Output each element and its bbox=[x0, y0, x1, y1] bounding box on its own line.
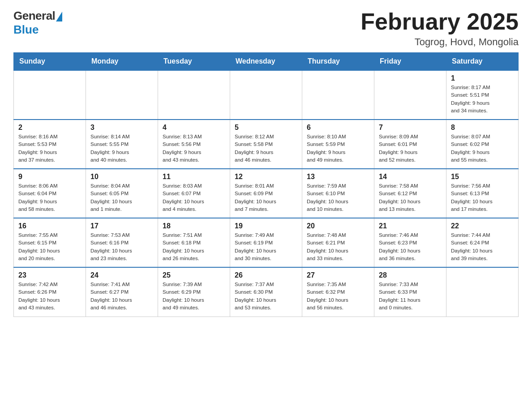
day-info: Sunrise: 7:39 AMSunset: 6:29 PMDaylight:… bbox=[163, 281, 225, 312]
day-number: 2 bbox=[18, 124, 81, 132]
calendar-cell: 7Sunrise: 8:09 AMSunset: 6:01 PMDaylight… bbox=[374, 120, 446, 169]
day-info: Sunrise: 8:07 AMSunset: 6:02 PMDaylight:… bbox=[451, 133, 514, 164]
calendar-cell: 12Sunrise: 8:01 AMSunset: 6:09 PMDayligh… bbox=[230, 169, 302, 218]
day-info: Sunrise: 7:58 AMSunset: 6:12 PMDaylight:… bbox=[379, 182, 442, 213]
page-header: General Blue February 2025 Togrog, Hovd,… bbox=[13, 9, 519, 48]
day-number: 11 bbox=[163, 173, 225, 181]
day-info: Sunrise: 8:14 AMSunset: 5:55 PMDaylight:… bbox=[90, 133, 153, 164]
weekday-header-thursday: Thursday bbox=[302, 53, 374, 71]
calendar-cell: 11Sunrise: 8:03 AMSunset: 6:07 PMDayligh… bbox=[158, 169, 230, 218]
calendar-cell bbox=[302, 70, 374, 120]
calendar-header: SundayMondayTuesdayWednesdayThursdayFrid… bbox=[14, 53, 519, 71]
calendar-cell: 24Sunrise: 7:41 AMSunset: 6:27 PMDayligh… bbox=[86, 267, 158, 317]
day-info: Sunrise: 7:48 AMSunset: 6:21 PMDaylight:… bbox=[307, 231, 369, 262]
day-info: Sunrise: 8:12 AMSunset: 5:58 PMDaylight:… bbox=[235, 133, 297, 164]
calendar-week-2: 2Sunrise: 8:16 AMSunset: 5:53 PMDaylight… bbox=[14, 120, 519, 169]
day-number: 19 bbox=[235, 222, 297, 230]
calendar-cell bbox=[446, 267, 519, 317]
day-number: 6 bbox=[307, 124, 369, 132]
day-number: 3 bbox=[90, 124, 153, 132]
calendar-cell: 28Sunrise: 7:33 AMSunset: 6:33 PMDayligh… bbox=[374, 267, 446, 317]
day-number: 5 bbox=[235, 124, 297, 132]
day-info: Sunrise: 7:46 AMSunset: 6:23 PMDaylight:… bbox=[379, 231, 442, 262]
day-number: 7 bbox=[379, 124, 442, 132]
calendar-cell bbox=[86, 70, 158, 120]
day-number: 23 bbox=[18, 271, 81, 279]
day-info: Sunrise: 8:16 AMSunset: 5:53 PMDaylight:… bbox=[18, 133, 81, 164]
weekday-header-sunday: Sunday bbox=[14, 53, 86, 71]
day-number: 16 bbox=[18, 222, 81, 230]
logo-general-text: General bbox=[13, 9, 55, 23]
day-info: Sunrise: 7:51 AMSunset: 6:18 PMDaylight:… bbox=[163, 231, 225, 262]
calendar-cell bbox=[14, 70, 86, 120]
calendar-cell: 20Sunrise: 7:48 AMSunset: 6:21 PMDayligh… bbox=[302, 218, 374, 267]
day-number: 17 bbox=[90, 222, 153, 230]
day-info: Sunrise: 8:10 AMSunset: 5:59 PMDaylight:… bbox=[307, 133, 369, 164]
day-number: 15 bbox=[451, 173, 514, 181]
day-number: 25 bbox=[163, 271, 225, 279]
weekday-header-tuesday: Tuesday bbox=[158, 53, 230, 71]
logo-triangle-icon bbox=[56, 12, 62, 21]
day-info: Sunrise: 8:17 AMSunset: 5:51 PMDaylight:… bbox=[451, 84, 514, 115]
logo: General Blue bbox=[13, 9, 62, 37]
calendar-cell: 18Sunrise: 7:51 AMSunset: 6:18 PMDayligh… bbox=[158, 218, 230, 267]
day-info: Sunrise: 8:03 AMSunset: 6:07 PMDaylight:… bbox=[163, 182, 225, 213]
calendar-cell: 5Sunrise: 8:12 AMSunset: 5:58 PMDaylight… bbox=[230, 120, 302, 169]
day-info: Sunrise: 7:44 AMSunset: 6:24 PMDaylight:… bbox=[451, 231, 514, 262]
calendar-cell: 23Sunrise: 7:42 AMSunset: 6:26 PMDayligh… bbox=[14, 267, 86, 317]
day-info: Sunrise: 8:04 AMSunset: 6:05 PMDaylight:… bbox=[90, 182, 153, 213]
calendar-cell: 8Sunrise: 8:07 AMSunset: 6:02 PMDaylight… bbox=[446, 120, 519, 169]
day-info: Sunrise: 7:42 AMSunset: 6:26 PMDaylight:… bbox=[18, 281, 81, 312]
weekday-header-row: SundayMondayTuesdayWednesdayThursdayFrid… bbox=[14, 53, 519, 71]
day-number: 18 bbox=[163, 222, 225, 230]
weekday-header-saturday: Saturday bbox=[446, 53, 519, 71]
day-info: Sunrise: 7:49 AMSunset: 6:19 PMDaylight:… bbox=[235, 231, 297, 262]
calendar-cell: 27Sunrise: 7:35 AMSunset: 6:32 PMDayligh… bbox=[302, 267, 374, 317]
month-title: February 2025 bbox=[360, 9, 519, 34]
calendar-cell: 2Sunrise: 8:16 AMSunset: 5:53 PMDaylight… bbox=[14, 120, 86, 169]
calendar-cell: 13Sunrise: 7:59 AMSunset: 6:10 PMDayligh… bbox=[302, 169, 374, 218]
weekday-header-friday: Friday bbox=[374, 53, 446, 71]
logo-blue-text: Blue bbox=[13, 23, 39, 37]
weekday-header-wednesday: Wednesday bbox=[230, 53, 302, 71]
calendar-table: SundayMondayTuesdayWednesdayThursdayFrid… bbox=[13, 52, 519, 317]
calendar-week-4: 16Sunrise: 7:55 AMSunset: 6:15 PMDayligh… bbox=[14, 218, 519, 267]
day-number: 12 bbox=[235, 173, 297, 181]
day-info: Sunrise: 8:01 AMSunset: 6:09 PMDaylight:… bbox=[235, 182, 297, 213]
day-info: Sunrise: 8:09 AMSunset: 6:01 PMDaylight:… bbox=[379, 133, 442, 164]
day-info: Sunrise: 7:55 AMSunset: 6:15 PMDaylight:… bbox=[18, 231, 81, 262]
day-number: 28 bbox=[379, 271, 442, 279]
calendar-week-5: 23Sunrise: 7:42 AMSunset: 6:26 PMDayligh… bbox=[14, 267, 519, 317]
calendar-cell: 10Sunrise: 8:04 AMSunset: 6:05 PMDayligh… bbox=[86, 169, 158, 218]
day-info: Sunrise: 8:13 AMSunset: 5:56 PMDaylight:… bbox=[163, 133, 225, 164]
calendar-week-3: 9Sunrise: 8:06 AMSunset: 6:04 PMDaylight… bbox=[14, 169, 519, 218]
day-info: Sunrise: 7:56 AMSunset: 6:13 PMDaylight:… bbox=[451, 182, 514, 213]
calendar-cell: 14Sunrise: 7:58 AMSunset: 6:12 PMDayligh… bbox=[374, 169, 446, 218]
calendar-cell: 22Sunrise: 7:44 AMSunset: 6:24 PMDayligh… bbox=[446, 218, 519, 267]
day-info: Sunrise: 7:35 AMSunset: 6:32 PMDaylight:… bbox=[307, 281, 369, 312]
calendar-cell: 4Sunrise: 8:13 AMSunset: 5:56 PMDaylight… bbox=[158, 120, 230, 169]
calendar-cell bbox=[158, 70, 230, 120]
day-number: 21 bbox=[379, 222, 442, 230]
day-number: 14 bbox=[379, 173, 442, 181]
day-info: Sunrise: 7:59 AMSunset: 6:10 PMDaylight:… bbox=[307, 182, 369, 213]
day-number: 9 bbox=[18, 173, 81, 181]
calendar-cell: 25Sunrise: 7:39 AMSunset: 6:29 PMDayligh… bbox=[158, 267, 230, 317]
day-number: 24 bbox=[90, 271, 153, 279]
calendar-week-1: 1Sunrise: 8:17 AMSunset: 5:51 PMDaylight… bbox=[14, 70, 519, 120]
day-info: Sunrise: 8:06 AMSunset: 6:04 PMDaylight:… bbox=[18, 182, 81, 213]
calendar-cell: 17Sunrise: 7:53 AMSunset: 6:16 PMDayligh… bbox=[86, 218, 158, 267]
day-number: 4 bbox=[163, 124, 225, 132]
day-info: Sunrise: 7:53 AMSunset: 6:16 PMDaylight:… bbox=[90, 231, 153, 262]
calendar-cell: 3Sunrise: 8:14 AMSunset: 5:55 PMDaylight… bbox=[86, 120, 158, 169]
day-number: 13 bbox=[307, 173, 369, 181]
calendar-cell: 15Sunrise: 7:56 AMSunset: 6:13 PMDayligh… bbox=[446, 169, 519, 218]
day-number: 10 bbox=[90, 173, 153, 181]
calendar-cell: 6Sunrise: 8:10 AMSunset: 5:59 PMDaylight… bbox=[302, 120, 374, 169]
calendar-cell: 9Sunrise: 8:06 AMSunset: 6:04 PMDaylight… bbox=[14, 169, 86, 218]
day-number: 8 bbox=[451, 124, 514, 132]
day-number: 26 bbox=[235, 271, 297, 279]
day-number: 1 bbox=[451, 74, 514, 82]
location-title: Togrog, Hovd, Mongolia bbox=[360, 36, 519, 48]
calendar-cell: 26Sunrise: 7:37 AMSunset: 6:30 PMDayligh… bbox=[230, 267, 302, 317]
